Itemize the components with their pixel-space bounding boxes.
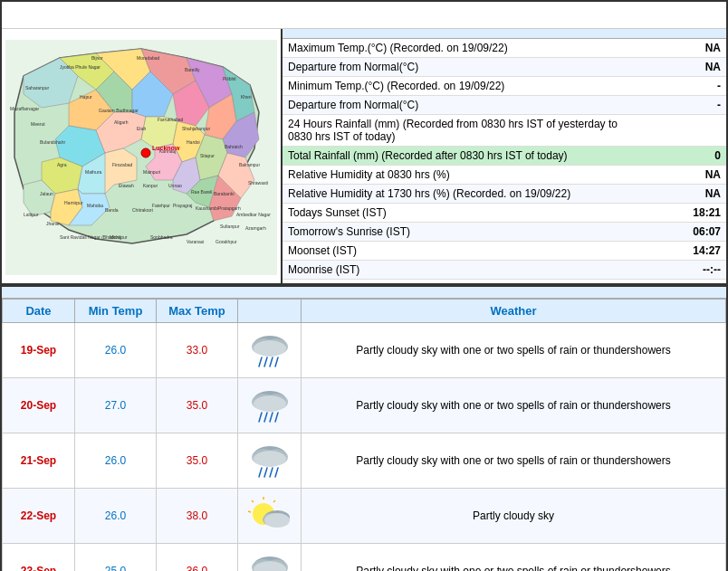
svg-text:Ambedkar Nagar: Ambedkar Nagar	[236, 212, 271, 217]
forecast-weather-icon	[238, 378, 302, 433]
svg-line-79	[273, 500, 275, 502]
svg-text:Mirzapur: Mirzapur	[110, 234, 128, 240]
forecast-date: 20-Sep	[3, 378, 75, 433]
forecast-col-header: Max Temp	[157, 300, 238, 323]
weather-data-value: -	[637, 96, 726, 115]
forecast-weather-desc: Partly cloudy sky with one or two spells…	[302, 544, 726, 572]
svg-text:Rae Bareli: Rae Bareli	[191, 189, 212, 195]
main-container: Lucknow Saharanpur Jyotiba Phule Nagar M…	[0, 0, 728, 571]
svg-text:Etawah: Etawah	[119, 183, 134, 188]
weather-data-label: Departure from Normal(°C)	[283, 96, 637, 115]
top-section: Lucknow Saharanpur Jyotiba Phule Nagar M…	[2, 29, 726, 285]
forecast-row: 19-Sep26.033.0 Partly cloudy sky with on…	[3, 323, 726, 378]
svg-text:Varanasi: Varanasi	[187, 239, 204, 244]
weather-data-label: Moonset (IST)	[283, 242, 637, 261]
forecast-date: 19-Sep	[3, 323, 75, 378]
weather-data-value: 06:07	[637, 223, 726, 242]
svg-text:Fatehpur: Fatehpur	[152, 203, 170, 208]
forecast-weather-desc: Partly cloudy sky	[302, 489, 726, 544]
svg-line-81	[252, 500, 254, 502]
svg-line-67	[270, 413, 273, 422]
forecast-min-temp: 25.0	[75, 544, 157, 572]
forecast-max-temp: 33.0	[157, 323, 238, 378]
weather-data-value: 0	[637, 147, 726, 166]
svg-text:Meerut: Meerut	[31, 121, 45, 127]
svg-text:Kanpur: Kanpur	[143, 183, 158, 188]
svg-point-72	[254, 451, 286, 467]
weather-data-value: NA	[637, 166, 726, 185]
svg-text:Kannauj: Kannauj	[159, 148, 176, 154]
weather-data-label: Tomorrow's Sunrise (IST)	[283, 223, 637, 242]
svg-line-75	[270, 468, 273, 477]
svg-text:Kheri: Kheri	[241, 94, 252, 100]
forecast-row: 22-Sep26.038.0 Partly cloudy sky	[3, 489, 726, 544]
svg-text:Sultanpur: Sultanpur	[220, 224, 240, 229]
forecast-min-temp: 27.0	[75, 378, 157, 433]
svg-point-1	[141, 148, 150, 157]
svg-text:Hapur: Hapur	[80, 94, 92, 100]
forecast-col-header: Date	[3, 300, 75, 323]
forecast-max-temp: 35.0	[157, 433, 238, 489]
forecast-date: 21-Sep	[3, 433, 75, 489]
svg-line-82	[248, 511, 251, 512]
forecast-col-header: Min Temp	[75, 300, 157, 323]
weather-data-row: Departure from Normal(°C) NA	[283, 58, 726, 77]
forecast-row: 21-Sep26.035.0 Partly cloudy sky with on…	[3, 433, 726, 489]
svg-line-68	[275, 413, 278, 422]
weather-data-row: Moonset (IST) 14:27	[283, 242, 726, 261]
weather-data-row: Departure from Normal(°C) -	[283, 96, 726, 115]
weather-data-value: NA	[637, 185, 726, 204]
svg-text:Jhansi: Jhansi	[46, 221, 59, 226]
svg-text:Shahjahanpur: Shahjahanpur	[182, 126, 210, 131]
weather-data-row: Relative Humidity at 1730 hrs (%) (Recor…	[283, 185, 726, 204]
forecast-row: 23-Sep25.036.0 Partly cloudy sky with on…	[3, 544, 726, 572]
weather-data-value: 18:21	[637, 204, 726, 223]
weather-data-value: NA	[637, 39, 726, 58]
weather-data-label: Total Rainfall (mm) (Recorded after 0830…	[283, 147, 637, 166]
svg-line-65	[259, 413, 262, 422]
forecast-min-temp: 26.0	[75, 489, 157, 544]
weather-data-section: Maximum Temp.(°C) (Recorded. on 19/09/22…	[283, 29, 726, 283]
svg-text:Muzaffarnagar: Muzaffarnagar	[10, 106, 39, 111]
weather-data-row: Maximum Temp.(°C) (Recorded. on 19/09/22…	[283, 39, 726, 58]
forecast-title	[2, 285, 726, 299]
svg-text:Sonbhadra: Sonbhadra	[150, 234, 173, 240]
svg-text:Jyotiba Phule Nagar: Jyotiba Phule Nagar	[60, 64, 101, 70]
weather-data-row: Total Rainfall (mm) (Recorded after 0830…	[283, 147, 726, 166]
svg-line-60	[275, 357, 278, 366]
page-header	[2, 2, 726, 29]
svg-text:Firozabad: Firozabad	[112, 162, 132, 167]
weather-data-row: Tomorrow's Sunrise (IST) 06:07	[283, 223, 726, 242]
weather-data-label: Departure from Normal(°C)	[283, 58, 637, 77]
forecast-weather-desc: Partly cloudy sky with one or two spells…	[302, 378, 726, 433]
svg-text:Bijnor: Bijnor	[91, 55, 103, 61]
forecast-max-temp: 35.0	[157, 378, 238, 433]
svg-point-56	[254, 340, 286, 357]
weather-data-label: Relative Humidity at 1730 hrs (%) (Recor…	[283, 185, 637, 204]
weather-data-label: Moonrise (IST)	[283, 261, 637, 280]
weather-data-label: Todays Sunset (IST)	[283, 204, 637, 223]
svg-text:Moradabad: Moradabad	[137, 55, 160, 61]
weather-data-table: Maximum Temp.(°C) (Recorded. on 19/09/22…	[283, 39, 726, 280]
svg-text:Bulandshahr: Bulandshahr	[40, 139, 65, 145]
weather-data-row: Todays Sunset (IST) 18:21	[283, 204, 726, 223]
svg-text:Bareilly: Bareilly	[185, 67, 200, 72]
svg-text:Hardoi: Hardoi	[187, 139, 200, 145]
weather-data-value: -	[637, 77, 726, 96]
forecast-table: DateMin TempMax TempWeather 19-Sep26.033…	[2, 299, 726, 571]
forecast-col-header: Weather	[302, 300, 726, 323]
svg-text:Barabanki: Barabanki	[214, 191, 235, 196]
forecast-section: DateMin TempMax TempWeather 19-Sep26.033…	[2, 285, 726, 571]
svg-text:Hamirpur: Hamirpur	[64, 200, 83, 205]
svg-text:Kaushambi: Kaushambi	[196, 205, 218, 211]
forecast-date: 23-Sep	[3, 544, 75, 572]
svg-line-74	[264, 468, 267, 477]
svg-point-64	[254, 395, 286, 412]
svg-text:Mathura: Mathura	[85, 169, 102, 175]
svg-line-59	[270, 357, 273, 366]
svg-text:Saharanpur: Saharanpur	[25, 85, 49, 90]
svg-text:Pilibhit: Pilibhit	[223, 76, 236, 81]
forecast-icon-header	[238, 300, 302, 323]
weather-data-value: --:--	[637, 261, 726, 280]
map-image: Lucknow Saharanpur Jyotiba Phule Nagar M…	[5, 35, 277, 280]
